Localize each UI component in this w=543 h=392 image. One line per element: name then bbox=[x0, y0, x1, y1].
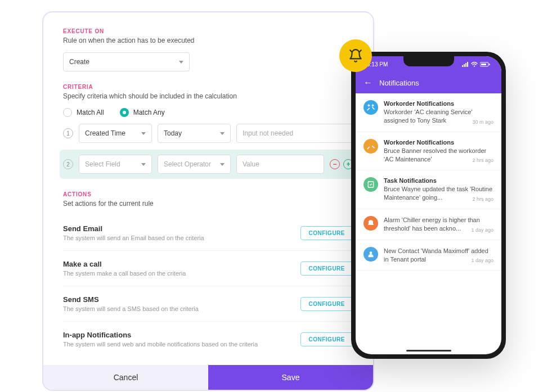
svg-rect-0 bbox=[462, 65, 463, 67]
svg-rect-7 bbox=[489, 64, 490, 65]
tools-icon bbox=[364, 100, 378, 115]
notification-item[interactable]: Workorder Notifications Workorder 'AC cl… bbox=[356, 93, 501, 132]
criteria-section-desc: Specify criteria which should be include… bbox=[63, 92, 353, 100]
svg-rect-6 bbox=[481, 64, 486, 65]
notification-time: 30 m ago bbox=[472, 119, 493, 125]
action-title: Send SMS bbox=[63, 295, 199, 304]
svg-rect-1 bbox=[464, 64, 465, 67]
chevron-down-icon bbox=[179, 61, 183, 64]
wifi-icon bbox=[471, 62, 478, 67]
criteria-operator-select[interactable]: Today bbox=[158, 124, 231, 143]
radio-match-any[interactable]: Match Any bbox=[120, 108, 165, 117]
criteria-section-label: CRITERIA bbox=[63, 84, 353, 90]
phone-mockup: 9:13 PM ← Notifications Workorder Notifi… bbox=[351, 52, 506, 359]
home-indicator bbox=[406, 350, 451, 352]
back-arrow-icon[interactable]: ← bbox=[364, 78, 373, 88]
action-item-email: Send Email The system will send an Email… bbox=[63, 215, 353, 251]
action-title: In-app Notifications bbox=[63, 331, 258, 339]
battery-icon bbox=[480, 62, 490, 67]
radio-icon bbox=[120, 108, 129, 117]
task-icon bbox=[364, 177, 378, 192]
select-value: Select Operator bbox=[164, 160, 211, 168]
phone-screen: 9:13 PM ← Notifications Workorder Notifi… bbox=[356, 56, 501, 354]
app-header-title: Notifications bbox=[379, 79, 419, 87]
action-title: Make a call bbox=[63, 260, 186, 268]
execute-section-label: EXECUTE ON bbox=[63, 28, 353, 34]
status-icons bbox=[462, 62, 490, 67]
action-title: Send Email bbox=[63, 224, 204, 233]
criteria-operator-select[interactable]: Select Operator bbox=[158, 155, 231, 174]
actions-section-label: ACTIONS bbox=[63, 191, 353, 197]
user-icon bbox=[364, 247, 378, 262]
notification-item[interactable]: Alarm 'Chiller energy is higher than thr… bbox=[356, 209, 501, 240]
svg-rect-2 bbox=[465, 63, 466, 67]
svg-rect-3 bbox=[467, 62, 468, 67]
notification-title: Workorder Notifications bbox=[384, 139, 493, 146]
criteria-match-mode: Match All Match Any bbox=[63, 108, 353, 117]
action-desc: The system will send a SMS based on the … bbox=[63, 305, 199, 312]
radio-label: Match Any bbox=[133, 109, 165, 116]
action-desc: The system make a call based on the crit… bbox=[63, 270, 186, 277]
footer-buttons: Cancel Save bbox=[43, 365, 373, 390]
radio-match-all[interactable]: Match All bbox=[63, 108, 104, 117]
chevron-down-icon bbox=[141, 132, 146, 135]
svg-point-4 bbox=[474, 65, 475, 66]
criteria-value-input[interactable]: Input not needed bbox=[236, 124, 353, 143]
notification-title: Task Notifications bbox=[384, 177, 493, 184]
action-item-call: Make a call The system make a call based… bbox=[63, 251, 353, 286]
notification-time: 1 day ago bbox=[471, 227, 493, 233]
remove-criteria-button[interactable]: − bbox=[330, 159, 340, 169]
configure-button[interactable]: CONFIGURE bbox=[300, 297, 354, 311]
criteria-row: 2 Select Field Select Operator Value − + bbox=[60, 150, 357, 179]
notification-time: 1 day ago bbox=[471, 258, 493, 263]
rule-config-panel: EXECUTE ON Rule on when the action has t… bbox=[42, 11, 374, 391]
configure-button[interactable]: CONFIGURE bbox=[300, 332, 354, 346]
notification-item[interactable]: Workorder Notifications Bruce Banner res… bbox=[356, 132, 501, 171]
notification-bell-badge bbox=[339, 39, 372, 72]
save-button[interactable]: Save bbox=[208, 365, 373, 390]
select-value: Created Time bbox=[85, 129, 125, 137]
action-desc: The system will send web and mobile noti… bbox=[63, 341, 258, 348]
bell-icon bbox=[348, 48, 363, 63]
execute-select-value: Create bbox=[69, 58, 89, 66]
notification-item[interactable]: New Contact 'Wanda Maximoff' added in Te… bbox=[356, 240, 501, 271]
criteria-row-number: 2 bbox=[63, 159, 73, 169]
action-item-inapp: In-app Notifications The system will sen… bbox=[63, 322, 353, 357]
execute-trigger-select[interactable]: Create bbox=[63, 52, 190, 71]
criteria-row-controls: − + bbox=[330, 159, 353, 169]
action-desc: The system will send an Email based on t… bbox=[63, 235, 204, 241]
action-item-sms: Send SMS The system will send a SMS base… bbox=[63, 286, 353, 322]
configure-button[interactable]: CONFIGURE bbox=[300, 262, 354, 276]
criteria-row: 1 Created Time Today Input not needed bbox=[63, 124, 353, 143]
radio-label: Match All bbox=[77, 109, 104, 116]
configure-button[interactable]: CONFIGURE bbox=[300, 226, 354, 240]
notification-time: 2 hrs ago bbox=[472, 157, 493, 163]
actions-list: Send Email The system will send an Email… bbox=[63, 215, 353, 357]
chevron-down-icon bbox=[141, 163, 146, 166]
select-value: Select Field bbox=[85, 160, 120, 168]
actions-section-desc: Set actions for the current rule bbox=[63, 200, 353, 208]
signal-icon bbox=[462, 62, 469, 67]
phone-app-header: ← Notifications bbox=[356, 72, 501, 93]
notification-list: Workorder Notifications Workorder 'AC cl… bbox=[356, 93, 501, 271]
criteria-row-number: 1 bbox=[63, 128, 73, 138]
alarm-icon bbox=[364, 216, 378, 231]
notification-time: 2 hrs ago bbox=[472, 196, 493, 202]
notification-item[interactable]: Task Notifications Bruce Wayne updated t… bbox=[356, 170, 501, 209]
chevron-down-icon bbox=[220, 163, 225, 166]
criteria-field-select[interactable]: Select Field bbox=[79, 155, 152, 174]
execute-section-desc: Rule on when the action has to be execut… bbox=[63, 37, 353, 44]
phone-notch bbox=[403, 56, 454, 66]
svg-point-9 bbox=[370, 251, 373, 254]
criteria-value-input[interactable]: Value bbox=[236, 155, 324, 174]
chevron-down-icon bbox=[220, 132, 225, 135]
criteria-field-select[interactable]: Created Time bbox=[79, 124, 152, 143]
cancel-button[interactable]: Cancel bbox=[43, 365, 208, 390]
notification-title: Workorder Notifications bbox=[384, 100, 493, 107]
radio-icon bbox=[63, 108, 72, 117]
select-value: Today bbox=[164, 129, 182, 137]
tools-icon bbox=[364, 139, 378, 154]
